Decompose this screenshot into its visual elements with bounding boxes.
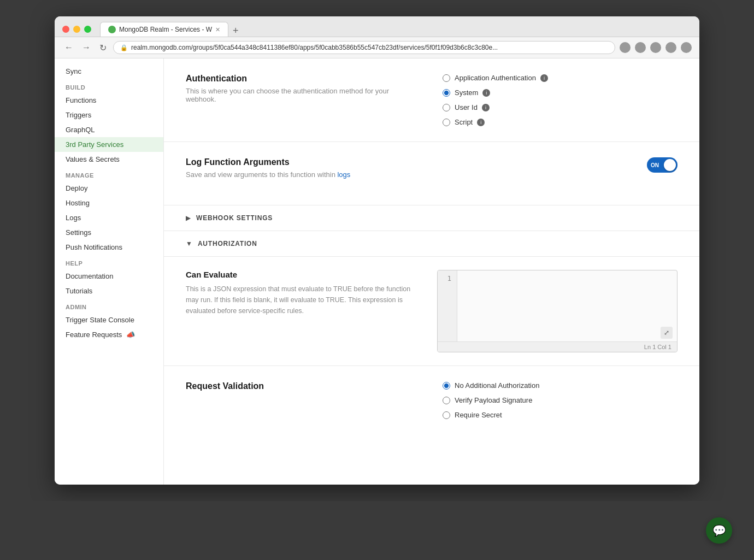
reload-button[interactable]: ↻ — [97, 42, 109, 54]
log-function-description: Save and view arguments to this function… — [186, 170, 421, 179]
authorization-header[interactable]: ▼ AUTHORIZATION — [164, 231, 699, 257]
radio-no-additional-auth[interactable]: No Additional Authorization — [443, 381, 678, 390]
can-evaluate-input[interactable] — [457, 270, 677, 341]
tab-bar: MongoDB Realm - Services - W ✕ + — [100, 22, 692, 37]
sidebar-item-trigger-state-console[interactable]: Trigger State Console — [55, 313, 163, 327]
radio-system[interactable]: System i — [443, 89, 678, 97]
can-evaluate-layout: Can Evaluate This is a JSON expression t… — [186, 270, 678, 352]
request-validation-title: Request Validation — [186, 381, 421, 391]
extension-icon-1[interactable] — [635, 42, 646, 53]
extension-icon-2[interactable] — [650, 42, 661, 53]
log-function-section: Log Function Arguments Save and view arg… — [164, 142, 699, 205]
radio-script[interactable]: Script i — [443, 118, 678, 126]
url-text: realm.mongodb.com/groups/5f0ca544a348c84… — [131, 44, 498, 51]
can-evaluate-left: Can Evaluate This is a JSON expression t… — [186, 270, 415, 316]
request-validation-left: Request Validation — [186, 381, 421, 394]
close-button[interactable] — [62, 26, 69, 33]
radio-verify-payload-input[interactable] — [443, 397, 450, 404]
sidebar-item-3rd-party-services[interactable]: 3rd Party Services — [55, 137, 163, 152]
sidebar-section-admin: ADMIN — [55, 298, 163, 313]
can-evaluate-description: This is a JSON expression that must eval… — [186, 284, 415, 316]
info-icon-system[interactable]: i — [482, 89, 490, 97]
authentication-title: Authentication — [186, 74, 421, 84]
authorization-title: AUTHORIZATION — [198, 240, 257, 247]
info-icon-application-auth[interactable]: i — [540, 74, 548, 82]
radio-user-id-input[interactable] — [443, 104, 450, 111]
sidebar-section-manage: MANAGE — [55, 167, 163, 181]
editor-status-bar: Ln 1 Col 1 — [438, 341, 677, 352]
request-validation-layout: Request Validation No Additional Authori… — [186, 381, 678, 419]
url-bar[interactable]: 🔒 realm.mongodb.com/groups/5f0ca544a348c… — [113, 41, 615, 54]
title-bar: MongoDB Realm - Services - W ✕ + — [55, 16, 699, 37]
info-icon-script[interactable]: i — [477, 119, 485, 126]
main-content: Authentication This is where you can cho… — [164, 58, 699, 485]
sidebar-item-values-secrets[interactable]: Values & Secrets — [55, 152, 163, 167]
maximize-button[interactable] — [84, 26, 91, 33]
request-validation-right: No Additional Authorization Verify Paylo… — [443, 381, 678, 419]
toggle-label: ON — [651, 162, 659, 168]
sidebar-item-settings[interactable]: Settings — [55, 225, 163, 240]
log-function-title: Log Function Arguments — [186, 157, 421, 167]
line-numbers: 1 — [438, 270, 457, 341]
sidebar-item-hosting[interactable]: Hosting — [55, 196, 163, 210]
bookmark-icon[interactable] — [620, 42, 631, 53]
logs-link[interactable]: logs — [337, 170, 350, 179]
new-tab-button[interactable]: + — [228, 25, 243, 37]
log-function-right: ON — [443, 157, 678, 173]
sidebar-item-sync[interactable]: Sync — [55, 64, 163, 79]
authentication-right: Application Authentication i System i Us… — [443, 74, 678, 126]
tab-title: MongoDB Realm - Services - W — [119, 26, 212, 33]
sidebar-item-push-notifications[interactable]: Push Notifications — [55, 240, 163, 255]
back-button[interactable]: ← — [62, 42, 75, 54]
sidebar-item-triggers[interactable]: Triggers — [55, 108, 163, 122]
can-evaluate-editor: 1 ⤢ Ln 1 Col 1 — [437, 270, 678, 352]
authentication-section: Authentication This is where you can cho… — [164, 58, 699, 142]
authentication-radio-group: Application Authentication i System i Us… — [443, 74, 678, 126]
radio-require-secret-input[interactable] — [443, 411, 450, 419]
radio-no-additional-auth-input[interactable] — [443, 382, 450, 390]
radio-verify-payload-signature[interactable]: Verify Payload Signature — [443, 396, 678, 404]
radio-user-id[interactable]: User Id i — [443, 103, 678, 111]
sidebar: Sync BUILD Functions Triggers GraphQL 3r… — [55, 58, 164, 485]
radio-application-authentication[interactable]: Application Authentication i — [443, 74, 678, 82]
radio-system-input[interactable] — [443, 89, 450, 97]
request-validation-radio-group: No Additional Authorization Verify Paylo… — [443, 381, 678, 419]
sidebar-item-logs[interactable]: Logs — [55, 210, 163, 225]
radio-script-input[interactable] — [443, 119, 450, 126]
sidebar-item-graphql[interactable]: GraphQL — [55, 122, 163, 137]
expand-editor-button[interactable]: ⤢ — [661, 327, 673, 339]
tab-close-button[interactable]: ✕ — [215, 26, 220, 33]
sidebar-item-functions[interactable]: Functions — [55, 93, 163, 108]
code-editor-inner: 1 — [438, 270, 677, 341]
authentication-layout: Authentication This is where you can cho… — [186, 74, 678, 126]
menu-icon[interactable] — [681, 42, 692, 53]
chevron-right-icon: ▶ — [186, 214, 191, 222]
webhook-settings-title: WEBHOOK SETTINGS — [196, 214, 273, 222]
sidebar-section-help: HELP — [55, 255, 163, 269]
sidebar-item-feature-requests[interactable]: Feature Requests 📣 — [55, 327, 163, 342]
webhook-settings-header[interactable]: ▶ WEBHOOK SETTINGS — [164, 205, 699, 231]
sidebar-item-documentation[interactable]: Documentation — [55, 269, 163, 284]
info-icon-user-id[interactable]: i — [482, 104, 490, 111]
sidebar-item-tutorials[interactable]: Tutorials — [55, 284, 163, 298]
request-validation-section: Request Validation No Additional Authori… — [164, 366, 699, 434]
minimize-button[interactable] — [73, 26, 80, 33]
authorization-content: Can Evaluate This is a JSON expression t… — [164, 257, 699, 366]
toggle-knob — [664, 159, 676, 171]
authentication-description: This is where you can choose the authent… — [186, 87, 421, 103]
address-bar: ← → ↻ 🔒 realm.mongodb.com/groups/5f0ca54… — [55, 37, 699, 58]
log-function-left: Log Function Arguments Save and view arg… — [186, 157, 421, 190]
chevron-down-icon: ▼ — [186, 240, 192, 247]
app-layout: Sync BUILD Functions Triggers GraphQL 3r… — [55, 58, 699, 485]
forward-button[interactable]: → — [80, 42, 93, 54]
sidebar-item-deploy[interactable]: Deploy — [55, 181, 163, 196]
toolbar-icons — [620, 42, 692, 53]
radio-application-authentication-input[interactable] — [443, 74, 450, 82]
lock-icon: 🔒 — [120, 44, 128, 51]
traffic-lights — [62, 26, 91, 33]
browser-tab[interactable]: MongoDB Realm - Services - W ✕ — [100, 22, 228, 37]
toggle-slider: ON — [647, 157, 678, 173]
log-function-toggle[interactable]: ON — [647, 157, 678, 173]
extension-icon-3[interactable] — [665, 42, 676, 53]
radio-require-secret[interactable]: Require Secret — [443, 411, 678, 419]
